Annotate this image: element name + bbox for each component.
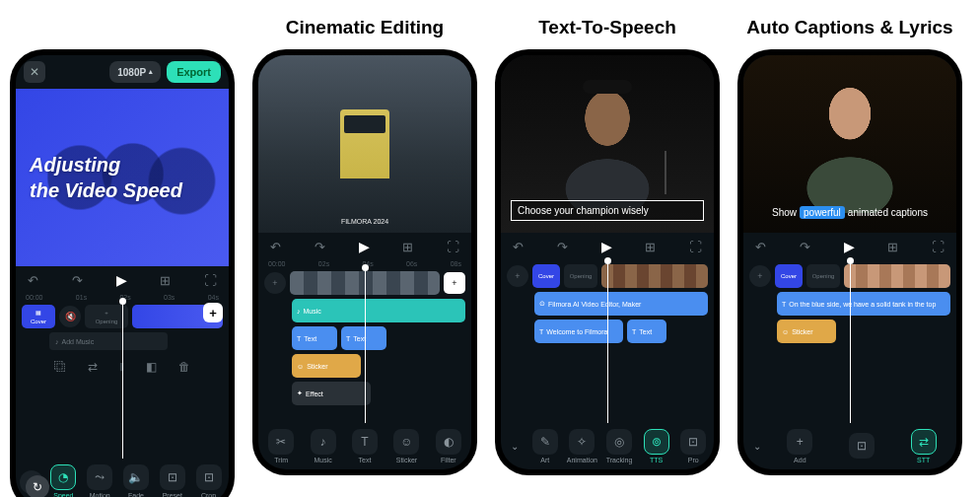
tool-animation[interactable]: ✧Animation	[566, 429, 599, 463]
person-graphic	[791, 75, 909, 213]
tool-music[interactable]: ♪Music	[304, 429, 341, 463]
undo-icon[interactable]: ↶	[513, 240, 524, 254]
panel-title: Text-To-Speech	[538, 14, 676, 41]
undo-icon[interactable]: ↶	[755, 240, 766, 254]
video-clip[interactable]	[844, 264, 950, 288]
play-icon[interactable]: ▶	[601, 239, 612, 254]
tool-tracking[interactable]: ◎Tracking	[602, 429, 636, 463]
tool-add[interactable]: +Add	[771, 429, 829, 463]
add-music-button[interactable]: ♪ Add Music	[49, 332, 168, 350]
cover-clip[interactable]: ▦Cover	[22, 305, 55, 328]
text-chip[interactable]: T Welcome to Filmora	[534, 320, 623, 343]
collapse-icon[interactable]: ⌄	[505, 437, 525, 457]
add-icon[interactable]: +	[749, 265, 771, 287]
mirror-icon[interactable]: ◧	[146, 360, 157, 374]
redo-icon[interactable]: ↷	[72, 273, 83, 288]
redo-icon[interactable]: ↷	[800, 240, 810, 254]
playhead[interactable]	[122, 301, 123, 459]
bottom-toolbar: ⌄ +Add ⊡ ⇄STT	[743, 423, 956, 469]
effect-clip[interactable]: ✦ Effect	[292, 382, 371, 405]
timeline[interactable]: + + ♪ Music T TextT Text ☺ Sticker ✦ Eff…	[258, 267, 471, 423]
sticker-clip[interactable]: ☺ Sticker	[292, 354, 361, 378]
tool-filter[interactable]: ◐Filter	[430, 429, 467, 463]
person-graphic	[553, 80, 662, 208]
tool-fade[interactable]: 🔈Fade	[120, 464, 153, 497]
fullscreen-icon[interactable]: ⛶	[932, 240, 945, 254]
text-chip[interactable]: ⊙ Filmora AI Video Editor, Maker	[534, 292, 708, 316]
award-badge: FILMORA 2024	[341, 218, 388, 225]
caption-box[interactable]: Choose your champion wisely	[511, 200, 704, 221]
play-icon[interactable]: ▶	[359, 239, 370, 254]
tool-art[interactable]: ✎Art	[528, 429, 562, 463]
settings-icon[interactable]: ⊞	[402, 240, 413, 254]
timeline[interactable]: + Cover Opening ⊙ Filmora AI Video Edito…	[501, 260, 714, 423]
video-preview: Choose your champion wisely	[501, 55, 714, 233]
tool-pro[interactable]: ⊡Pro	[676, 429, 710, 463]
bottom-toolbar: ✂Trim ♪Music TText ☺Sticker ◐Filter	[258, 423, 471, 469]
phone-screenshot-4: Show powerful animated captions ↶ ↷ ▶ ⊞ …	[737, 49, 962, 475]
overlay-text-1: Adjusting	[30, 152, 215, 178]
tool-speed[interactable]: ◔Speed	[47, 464, 80, 497]
panel-title: Cinematic Editing	[286, 14, 444, 41]
tram-graphic	[340, 109, 389, 178]
animated-caption: Show powerful animated captions	[751, 206, 948, 219]
text-clip[interactable]: T Text	[341, 326, 386, 350]
redo-icon[interactable]: ↷	[557, 240, 568, 254]
settings-icon[interactable]: ⊞	[645, 240, 656, 254]
resolution-badge[interactable]: 1080P▴	[109, 61, 161, 83]
collapse-icon[interactable]: ⌄	[747, 437, 767, 457]
tool-trim[interactable]: ✂Trim	[262, 429, 300, 463]
fullscreen-icon[interactable]: ⛶	[689, 240, 702, 254]
play-icon[interactable]: ▶	[844, 239, 855, 254]
video-clip[interactable]	[601, 264, 708, 288]
tool-tts[interactable]: ⊚TTS	[640, 429, 673, 463]
add-icon[interactable]: +	[507, 265, 528, 287]
shuffle-icon[interactable]: ⇄	[88, 360, 98, 374]
sticker-chip[interactable]: ☺ Sticker	[777, 320, 836, 343]
music-track[interactable]: ♪ Music	[292, 299, 465, 322]
close-icon[interactable]: ✕	[24, 61, 45, 83]
timeline[interactable]: + Cover Opening T On the blue side, we h…	[743, 260, 956, 423]
undo-icon[interactable]: ↶	[28, 273, 38, 288]
text-chip[interactable]: T Text	[627, 320, 666, 343]
tool-crop[interactable]: ⊡Crop	[192, 464, 225, 497]
cover-clip[interactable]: Cover	[532, 264, 560, 288]
phone-screenshot-1: ✕ 1080P▴ Export Adjusting the Video Spee…	[10, 49, 235, 497]
add-icon[interactable]: +	[264, 272, 286, 294]
opening-clip[interactable]: Opening	[564, 264, 597, 288]
settings-icon[interactable]: ⊞	[160, 273, 171, 288]
mute-icon[interactable]: 🔇	[59, 306, 81, 327]
video-preview: Adjusting the Video Speed	[16, 89, 229, 266]
settings-icon[interactable]: ⊞	[887, 240, 898, 254]
phone-screenshot-2: FILMORA 2024 ↶ ↷ ▶ ⊞ ⛶ 00:0002s04s06s08s…	[252, 49, 477, 475]
tool-preset[interactable]: ⊡Preset	[156, 464, 188, 497]
tool-stt[interactable]: ⇄STT	[894, 429, 952, 463]
tool-text[interactable]: TText	[346, 429, 384, 463]
add-button[interactable]: +	[203, 303, 223, 322]
fullscreen-icon[interactable]: ⛶	[447, 240, 459, 254]
undo-icon[interactable]: ↶	[270, 240, 281, 254]
copy-icon[interactable]: ⿻	[54, 360, 66, 374]
panel-title: Auto Captions & Lyrics	[746, 14, 952, 41]
overlay-text-2: the Video Speed	[30, 178, 215, 203]
export-button[interactable]: Export	[167, 61, 221, 83]
video-preview: FILMORA 2024	[258, 55, 471, 233]
playhead[interactable]	[365, 267, 366, 423]
tool-sticker[interactable]: ☺Sticker	[387, 429, 425, 463]
opening-clip[interactable]: Opening	[806, 264, 840, 288]
tool-template[interactable]: ⊡	[833, 433, 891, 461]
text-clip[interactable]: T Text	[292, 326, 337, 350]
cover-clip[interactable]: Cover	[775, 264, 803, 288]
tool-motion[interactable]: ⤳Motion	[84, 464, 116, 497]
delete-icon[interactable]: 🗑	[178, 360, 190, 374]
fullscreen-icon[interactable]: ⛶	[204, 273, 217, 288]
bottom-toolbar: ⌄ ✎Art ✧Animation ◎Tracking ⊚TTS ⊡Pro	[501, 423, 714, 469]
redo-icon[interactable]: ↷	[315, 240, 325, 254]
timeline[interactable]: + ▦Cover 🔇 +Opening ♪ Add Music ⿻ ⇄ ⦀ ◧ …	[16, 301, 229, 459]
add-clip-button[interactable]: +	[444, 272, 465, 294]
caption-chip[interactable]: T On the blue side, we have a solid tank…	[777, 292, 950, 316]
playhead[interactable]	[850, 260, 851, 423]
reload-icon[interactable]: ↻	[26, 475, 49, 497]
play-icon[interactable]: ▶	[116, 272, 127, 288]
playhead[interactable]	[607, 260, 608, 423]
